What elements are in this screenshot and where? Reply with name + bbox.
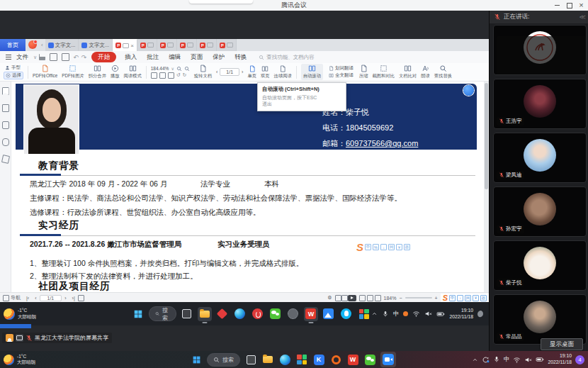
tray-expand-icon[interactable] — [371, 311, 378, 317]
share-banner[interactable]: 黑龙江大学法学院的屏幕共享 — [2, 333, 112, 343]
next-page-icon[interactable]: › — [242, 69, 243, 74]
mini-icon[interactable]: 器 — [480, 295, 487, 301]
collapse-panel-icon[interactable]: ≪ — [579, 13, 584, 21]
qq-button[interactable] — [339, 307, 354, 321]
mic-icon[interactable] — [382, 311, 389, 318]
mic-icon[interactable] — [493, 356, 500, 363]
next-page-icon[interactable]: › — [62, 296, 69, 301]
participant-tile[interactable]: 孙宏宇 — [493, 186, 587, 237]
email-link[interactable]: 609737566@qq.com — [346, 139, 418, 147]
wps-logo-icon[interactable] — [28, 40, 37, 49]
page-fit-icon[interactable] — [341, 295, 348, 301]
clock[interactable]: 19:10 2022/11/18 — [449, 308, 473, 320]
print-icon[interactable] — [62, 53, 69, 61]
file-explorer-button[interactable] — [198, 307, 212, 321]
edge-button[interactable] — [233, 307, 247, 321]
task-view-button[interactable] — [244, 353, 257, 366]
zoom-slider[interactable] — [405, 297, 432, 299]
music-app-button[interactable] — [251, 307, 265, 321]
tab-pdf-active[interactable]: × — [113, 39, 137, 51]
taskbar-search[interactable]: 搜索 — [149, 306, 176, 321]
wps-home-tab[interactable]: 首页 — [0, 39, 26, 51]
fit-page-icon[interactable] — [367, 295, 373, 301]
tab-pdf-2[interactable] — [137, 39, 157, 51]
read-mode-button[interactable]: 阅读模式 — [124, 65, 142, 79]
participant-tile-share[interactable]: 黑龙江大学法学院的屏幕共享 — [493, 25, 587, 75]
split-merge-button[interactable]: 拆分合并 — [89, 65, 106, 79]
statusbar-zoom-value[interactable]: 184% — [384, 296, 397, 301]
fit-width-icon[interactable] — [151, 72, 157, 79]
app-360-button[interactable] — [215, 307, 230, 321]
double-page-button[interactable]: 双页 — [261, 65, 270, 79]
tab-writer-doc-1[interactable]: 文字文... — [45, 39, 79, 51]
zoom-plus-icon[interactable]: + — [432, 296, 441, 301]
sync-icon[interactable] — [482, 356, 490, 364]
tab-pdf-4[interactable] — [177, 39, 197, 51]
weather-widget[interactable]: -1°C 大部晴朗 — [0, 308, 50, 319]
store-button[interactable] — [357, 307, 371, 321]
slideshow-button[interactable] — [348, 295, 356, 301]
signature-icon[interactable] — [1, 155, 9, 164]
tab-pdf-5[interactable] — [197, 39, 217, 51]
pdf-to-image-button[interactable]: PDF转图片 — [62, 65, 84, 79]
word-translate-button[interactable]: 划词翻译 — [327, 65, 355, 72]
find-replace-button[interactable]: 查找替换 — [434, 65, 452, 79]
menu-protect[interactable]: 保护 — [208, 53, 230, 62]
wechat-button[interactable] — [363, 353, 376, 366]
hand-tool-button[interactable]: 手型 — [4, 65, 23, 71]
wps-search-box[interactable]: 查找功能、文档内容 — [259, 54, 315, 61]
attachment-icon[interactable] — [2, 138, 9, 146]
tab-close-icon[interactable]: × — [130, 43, 134, 49]
browser-app-button[interactable] — [322, 307, 336, 321]
menu-page[interactable]: 页面 — [186, 53, 208, 62]
tencent-meeting-button[interactable] — [380, 352, 396, 367]
statusbar-page-indicator[interactable]: 1/1 — [40, 295, 62, 301]
store-button[interactable] — [295, 353, 308, 366]
tab-writer-doc-2[interactable]: 文字文... — [79, 39, 113, 51]
compress-button[interactable]: 压缩 — [359, 65, 368, 79]
tab-pdf-3[interactable] — [157, 39, 177, 51]
taskbar-search[interactable]: 搜索 — [207, 353, 240, 367]
wps-quick-toolbar[interactable]: S 中 ↓ 回 ¥ 器 — [441, 294, 489, 303]
wechat-button[interactable] — [268, 307, 283, 321]
layout-icon[interactable] — [78, 295, 84, 301]
mini-icon[interactable]: 中 — [449, 295, 456, 301]
file-explorer-button[interactable] — [261, 353, 274, 366]
nav-toggle-button[interactable]: 导航 — [0, 294, 23, 301]
page-indicator[interactable]: 1/1 — [220, 68, 239, 76]
rotate-right-icon[interactable]: ↻ — [183, 72, 187, 79]
weather-widget[interactable]: -1°C 大部晴朗 — [0, 354, 60, 365]
zoom-control[interactable]: 184.44% ∨ ↺ ↻ — [151, 66, 190, 79]
ime-indicator[interactable]: 中 — [393, 310, 400, 318]
rotate-doc-button[interactable]: 旋转文档 — [194, 65, 212, 79]
zoom-value[interactable]: 184.44% — [151, 66, 169, 71]
open-folder-icon[interactable] — [39, 54, 45, 60]
snapshot-compare-button[interactable]: 截图和对比 — [373, 65, 395, 79]
play-button[interactable]: 播放 — [111, 65, 120, 79]
menu-start[interactable]: 开始 — [91, 52, 116, 62]
participant-tile[interactable]: 柴子悦 — [493, 240, 587, 291]
participant-tile[interactable]: 常晶晶 — [493, 294, 587, 345]
notification-badge[interactable]: 4 — [575, 355, 584, 364]
wps-assistant-icon[interactable] — [463, 85, 474, 96]
clock[interactable]: 19:10 2022/11/18 — [548, 353, 572, 366]
wifi-icon[interactable] — [412, 310, 420, 318]
ime-indicator[interactable]: 中 — [504, 355, 510, 364]
kdocs-button[interactable] — [312, 353, 325, 366]
zoom-out-icon[interactable] — [176, 66, 182, 72]
mini-icon[interactable]: ¥ — [473, 295, 479, 301]
speaker-icon[interactable] — [424, 310, 432, 318]
tray-expand-icon[interactable] — [472, 357, 478, 363]
participant-tile[interactable]: 王浩宇 — [493, 79, 587, 129]
notification-moon-icon[interactable] — [477, 311, 485, 318]
bookmark-icon[interactable] — [2, 87, 9, 95]
tab-scroll-left-icon[interactable]: ‹ — [39, 39, 45, 51]
menu-comment[interactable]: 批注 — [142, 53, 164, 62]
tab-pdf-6[interactable] — [217, 39, 237, 51]
actual-size-icon[interactable] — [375, 295, 381, 301]
start-button[interactable] — [190, 353, 203, 366]
task-view-button[interactable] — [180, 307, 194, 321]
edge-button[interactable] — [278, 353, 291, 366]
tab-pin-icon[interactable] — [123, 43, 129, 48]
scrollbar-thumb[interactable] — [485, 83, 488, 189]
